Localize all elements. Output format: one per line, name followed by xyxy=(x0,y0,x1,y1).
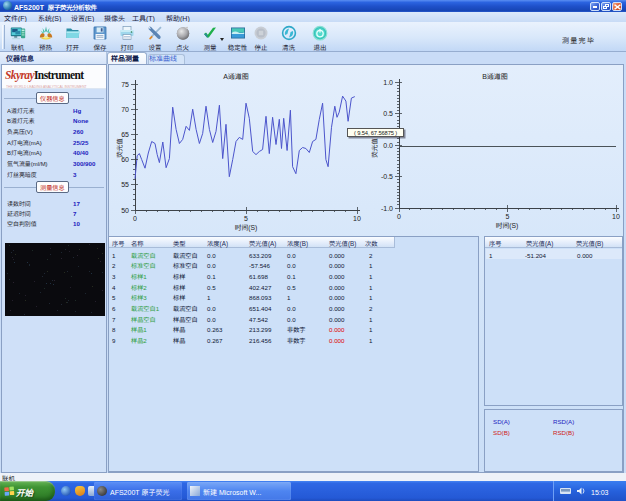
svg-text:B通道图: B通道图 xyxy=(482,71,508,81)
svg-text:5: 5 xyxy=(244,215,248,222)
svg-text:荧光值: 荧光值 xyxy=(114,138,124,158)
svg-text:65: 65 xyxy=(121,131,129,138)
svg-text:0.0: 0.0 xyxy=(383,142,393,149)
svg-text:荧光值: 荧光值 xyxy=(369,138,379,158)
svg-text:75: 75 xyxy=(121,81,129,88)
svg-text:10: 10 xyxy=(353,215,361,222)
svg-text:0: 0 xyxy=(397,213,401,220)
svg-text:时间(S): 时间(S) xyxy=(496,220,519,230)
svg-text:50: 50 xyxy=(121,207,129,214)
svg-text:-1.0: -1.0 xyxy=(381,205,393,212)
svg-text:-0.5: -0.5 xyxy=(381,173,393,180)
svg-text:时间(S): 时间(S) xyxy=(235,222,258,232)
svg-text:1.0: 1.0 xyxy=(383,79,393,86)
svg-text:0: 0 xyxy=(133,215,137,222)
svg-text:A通道图: A通道图 xyxy=(223,71,249,81)
svg-text:0.5: 0.5 xyxy=(383,110,393,117)
svg-text:10: 10 xyxy=(612,213,620,220)
svg-text:55: 55 xyxy=(121,181,129,188)
svg-text:5: 5 xyxy=(506,213,510,220)
svg-text:70: 70 xyxy=(121,106,129,113)
